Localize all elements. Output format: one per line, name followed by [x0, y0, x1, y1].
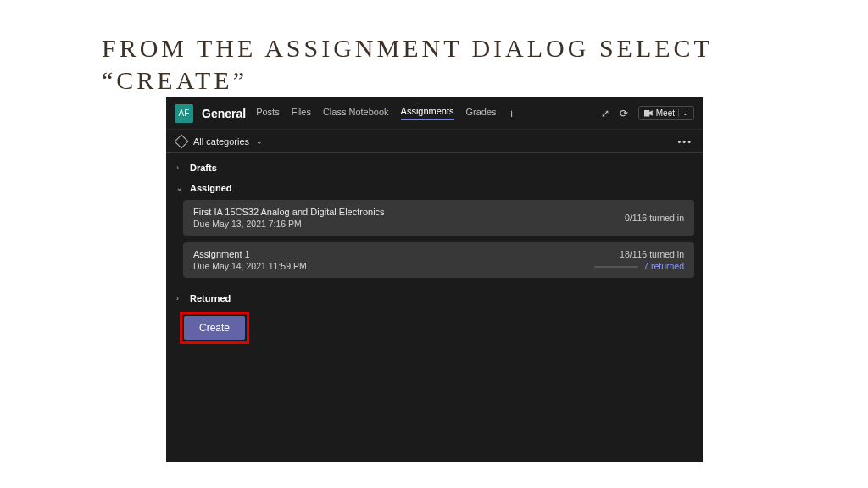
section-assigned[interactable]: ⌄ Assigned	[175, 178, 694, 198]
tab-posts[interactable]: Posts	[256, 107, 280, 119]
assignment-card[interactable]: First IA 15CS32 Analog and Digital Elect…	[183, 200, 694, 236]
camera-icon	[644, 110, 653, 117]
channel-tabs: Posts Files Class Notebook Assignments G…	[256, 106, 601, 120]
section-returned-label: Returned	[190, 293, 231, 303]
categories-filter[interactable]: All categories ⌄	[176, 136, 263, 147]
assignment-due: Due May 13, 2021 7:16 PM	[193, 219, 385, 229]
section-assigned-label: Assigned	[190, 183, 232, 193]
expand-icon[interactable]: ⤢	[601, 108, 609, 119]
assignment-turned-in: 0/116 turned in	[625, 213, 684, 223]
tab-assignments[interactable]: Assignments	[401, 106, 454, 120]
filter-row: All categories ⌄ •••	[166, 130, 703, 152]
chevron-down-icon: ⌄	[256, 137, 263, 146]
tag-icon	[175, 135, 189, 149]
section-returned[interactable]: › Returned	[175, 288, 694, 308]
assignment-title: Assignment 1	[193, 249, 307, 259]
channel-header: AF General Posts Files Class Notebook As…	[166, 97, 703, 130]
team-avatar[interactable]: AF	[175, 104, 193, 123]
meet-button[interactable]: Meet ⌄	[638, 106, 694, 120]
chevron-down-icon: ⌄	[176, 184, 185, 192]
section-drafts-label: Drafts	[190, 163, 217, 173]
slide-title: FROM THE ASSIGNMENT DIALOG SELECT “CREAT…	[102, 32, 817, 96]
header-actions: ⤢ ⟳ Meet ⌄	[601, 106, 694, 120]
meet-label: Meet	[656, 108, 675, 118]
assignment-due: Due May 14, 2021 11:59 PM	[193, 261, 307, 271]
assignment-title: First IA 15CS32 Analog and Digital Elect…	[193, 207, 385, 217]
add-tab-button[interactable]: +	[509, 107, 515, 120]
create-highlight-box: Create	[180, 312, 249, 344]
tab-files[interactable]: Files	[292, 107, 311, 119]
channel-name[interactable]: General	[202, 107, 246, 120]
assignments-content: › Drafts ⌄ Assigned First IA 15CS32 Anal…	[166, 152, 703, 349]
categories-label: All categories	[193, 136, 249, 147]
chevron-down-icon[interactable]: ⌄	[678, 109, 688, 117]
assigned-list: First IA 15CS32 Analog and Digital Elect…	[175, 198, 694, 288]
tab-class-notebook[interactable]: Class Notebook	[323, 107, 389, 119]
progress-bar	[594, 266, 638, 268]
more-options-button[interactable]: •••	[677, 136, 693, 147]
tab-grades[interactable]: Grades	[466, 107, 497, 119]
chevron-right-icon: ›	[176, 164, 185, 172]
assignment-card[interactable]: Assignment 1 Due May 14, 2021 11:59 PM 1…	[183, 242, 694, 278]
chevron-right-icon: ›	[176, 294, 185, 302]
section-drafts[interactable]: › Drafts	[175, 158, 694, 178]
create-button[interactable]: Create	[184, 316, 245, 340]
teams-screenshot: AF General Posts Files Class Notebook As…	[166, 97, 703, 462]
assignment-returned: 7 returned	[594, 261, 684, 271]
assignment-turned-in: 18/116 turned in	[594, 249, 684, 259]
refresh-icon[interactable]: ⟳	[620, 108, 628, 119]
